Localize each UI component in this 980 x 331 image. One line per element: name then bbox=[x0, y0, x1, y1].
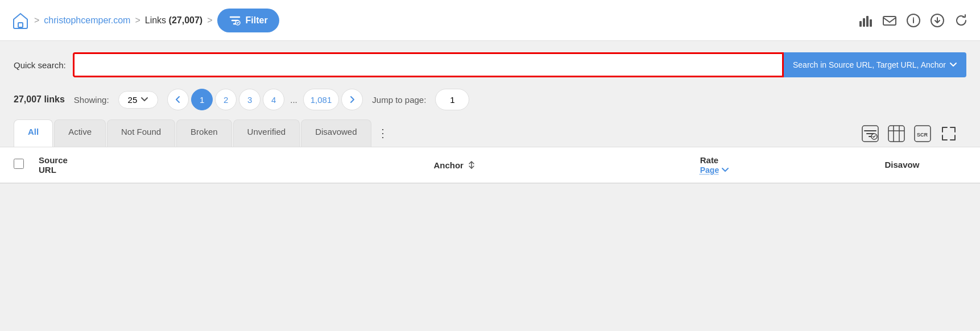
tab-disavowed[interactable]: Disavowed bbox=[301, 119, 371, 147]
breadcrumb-sep-2: > bbox=[135, 15, 140, 26]
filter-icon bbox=[229, 14, 241, 27]
page-1-button[interactable]: 1 bbox=[191, 89, 213, 110]
svg-rect-4 bbox=[866, 16, 869, 27]
breadcrumb: > christophcemper.com > Links (27,007) >… bbox=[11, 9, 279, 32]
download-icon[interactable] bbox=[930, 13, 945, 28]
chevron-down-icon[interactable] bbox=[721, 166, 729, 174]
select-all-checkbox-col bbox=[14, 159, 30, 171]
chevron-down-icon bbox=[949, 61, 957, 69]
per-page-select[interactable]: 25 bbox=[118, 91, 159, 109]
breadcrumb-links: Links (27,007) bbox=[145, 15, 202, 26]
columns-icon[interactable] bbox=[888, 125, 905, 142]
pagination-ellipsis: ... bbox=[287, 95, 301, 105]
breadcrumb-sep-3: > bbox=[207, 15, 212, 26]
sort-arrows-icon bbox=[468, 161, 475, 169]
anchor-sort[interactable] bbox=[468, 161, 475, 169]
home-icon[interactable] bbox=[11, 11, 30, 30]
search-section: Quick search: Search in Source URL, Targ… bbox=[0, 41, 980, 89]
select-all-checkbox[interactable] bbox=[14, 159, 24, 169]
jump-to-page-input[interactable] bbox=[435, 89, 469, 110]
svg-rect-11 bbox=[888, 126, 904, 142]
tab-broken[interactable]: Broken bbox=[176, 119, 232, 147]
tabs-section: All Active Not Found Broken Unverified D… bbox=[0, 119, 980, 147]
search-input[interactable] bbox=[75, 60, 782, 70]
tabs-and-tools: All Active Not Found Broken Unverified D… bbox=[14, 119, 966, 147]
chevron-down-icon bbox=[140, 96, 148, 104]
filter-check-icon[interactable] bbox=[862, 125, 879, 142]
last-page-button[interactable]: 1,081 bbox=[303, 89, 340, 110]
source-url-col-header: Source URL bbox=[39, 155, 424, 175]
search-input-wrapper bbox=[73, 52, 784, 77]
jump-to-page-label: Jump to page: bbox=[372, 95, 426, 105]
prev-page-button[interactable] bbox=[167, 89, 189, 110]
svg-rect-0 bbox=[18, 23, 23, 27]
search-scope-dropdown[interactable]: Search in Source URL, Target URL, Anchor bbox=[784, 52, 966, 77]
chevron-left-icon bbox=[174, 96, 182, 104]
table-section: Source URL Anchor Rate Page Disavow bbox=[0, 147, 980, 184]
tools-right: SCR bbox=[853, 125, 966, 147]
svg-rect-2 bbox=[859, 21, 862, 27]
chevron-right-icon bbox=[348, 96, 356, 104]
svg-rect-5 bbox=[870, 19, 872, 27]
page-3-button[interactable]: 3 bbox=[239, 89, 260, 110]
disavow-col-header: Disavow bbox=[838, 160, 966, 170]
tab-active[interactable]: Active bbox=[54, 119, 106, 147]
svg-rect-3 bbox=[863, 18, 865, 27]
next-page-button[interactable] bbox=[341, 89, 363, 110]
refresh-icon[interactable] bbox=[954, 13, 969, 28]
rate-col-header: Rate Page bbox=[700, 155, 829, 175]
header-actions bbox=[858, 13, 969, 28]
info-icon[interactable] bbox=[906, 13, 921, 28]
screen-icon[interactable]: SCR bbox=[914, 125, 931, 142]
tab-not-found[interactable]: Not Found bbox=[107, 119, 175, 147]
svg-rect-6 bbox=[883, 16, 896, 25]
chart-bar-icon[interactable] bbox=[858, 13, 873, 28]
tab-all[interactable]: All bbox=[14, 119, 53, 147]
search-label: Quick search: bbox=[14, 60, 66, 70]
tabs-list: All Active Not Found Broken Unverified D… bbox=[14, 119, 853, 147]
table-header-row: Source URL Anchor Rate Page Disavow bbox=[0, 147, 980, 184]
svg-text:SCR: SCR bbox=[917, 132, 928, 138]
expand-icon[interactable] bbox=[940, 125, 957, 142]
links-count: 27,007 links bbox=[14, 94, 65, 105]
breadcrumb-sep-1: > bbox=[34, 15, 39, 26]
pagination-controls: 1 2 3 4 ... 1,081 bbox=[167, 89, 363, 110]
header: > christophcemper.com > Links (27,007) >… bbox=[0, 0, 980, 41]
breadcrumb-site[interactable]: christophcemper.com bbox=[44, 15, 130, 26]
tab-more-button[interactable]: ⋮ bbox=[373, 119, 393, 147]
showing-label: Showing: bbox=[74, 95, 109, 105]
pagination-section: 27,007 links Showing: 25 1 2 3 4 ... 1,0… bbox=[0, 89, 980, 119]
mail-icon[interactable] bbox=[882, 13, 897, 28]
page-2-button[interactable]: 2 bbox=[215, 89, 237, 110]
tab-unverified[interactable]: Unverified bbox=[233, 119, 300, 147]
page-4-button[interactable]: 4 bbox=[263, 89, 284, 110]
anchor-col-header: Anchor bbox=[433, 160, 690, 170]
filter-button[interactable]: Filter bbox=[217, 9, 279, 32]
